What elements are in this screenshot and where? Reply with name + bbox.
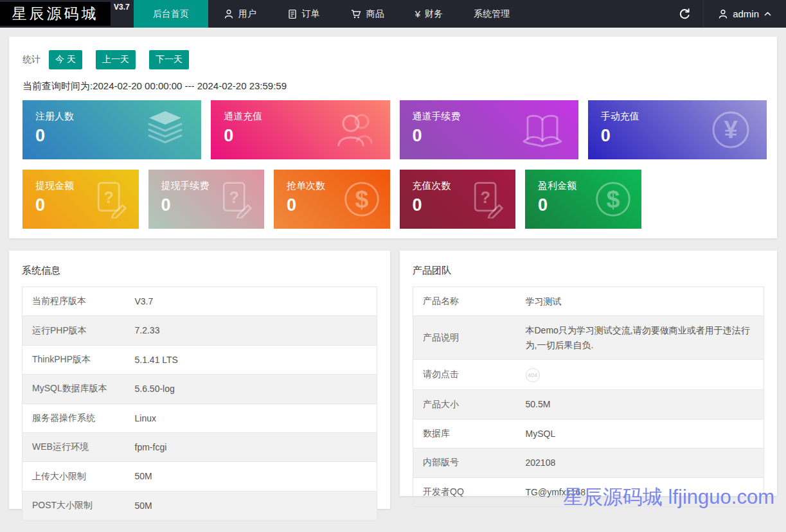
system-info-panel: 系统信息 当前程序版本 V3.7 运行PHP版本 7.2.33 ThinkPHP…	[9, 251, 390, 509]
svg-text:?: ?	[229, 188, 238, 206]
row-value: 7.2.33	[125, 316, 377, 345]
row-value: V3.7	[125, 287, 377, 316]
order-icon	[287, 9, 298, 19]
row-label: WEB运行环境	[22, 432, 125, 461]
dollar-circle-icon: $	[594, 180, 632, 218]
table-row: 产品名称 学习测试	[413, 287, 764, 316]
row-value: Linux	[125, 403, 377, 432]
refresh-button[interactable]	[666, 0, 703, 28]
layers-icon	[145, 109, 186, 150]
users-icon	[334, 109, 375, 150]
table-row: 服务器操作系统 Linux	[22, 403, 377, 432]
table-row: 数据库 MySQL	[413, 419, 764, 448]
stat-cards-row-2: 提现金额 0 ? 提现手续费 0 ? 抢单次数 0 $	[22, 170, 767, 229]
row-value: MySQL	[516, 419, 764, 448]
row-value: 5.6.50-log	[125, 375, 377, 403]
row-label: 运行PHP版本	[22, 316, 125, 345]
row-value: 50M	[125, 462, 377, 491]
nav-item-label: 财务	[425, 8, 443, 20]
table-row: MySQL数据库版本 5.6.50-log	[22, 375, 377, 403]
404-badge[interactable]: 404	[526, 368, 540, 382]
table-row: POST大小限制 50M	[22, 491, 377, 520]
user-menu[interactable]: admin	[703, 0, 786, 28]
username: admin	[733, 8, 759, 19]
row-value: 202108	[516, 448, 764, 477]
row-value: 5.1.41 LTS	[125, 345, 377, 374]
system-info-table: 当前程序版本 V3.7 运行PHP版本 7.2.33 ThinkPHP版本 5.…	[22, 287, 377, 520]
system-info-title: 系统信息	[22, 265, 377, 277]
product-team-table: 产品名称 学习测试 产品说明 本Demo只为学习测试交流,请勿要做商业或者用于违…	[413, 287, 764, 507]
admin-user-icon	[718, 9, 728, 19]
nav-item-system[interactable]: 系统管理	[458, 0, 525, 28]
row-value: fpm-fcgi	[125, 432, 377, 461]
svg-text:¥: ¥	[724, 116, 737, 143]
table-row: 产品说明 本Demo只为学习测试交流,请勿要做商业或者用于违法行为,一切后果自负…	[413, 316, 764, 360]
row-label: 开发者QQ	[413, 477, 516, 506]
nav-item-dashboard[interactable]: 后台首页	[134, 0, 208, 28]
stat-card-profit-amount: 盈利金额 0 $	[525, 170, 641, 229]
version-label: V3.7	[114, 3, 130, 28]
table-row: 请勿点击 404	[413, 360, 764, 390]
refresh-icon	[679, 8, 691, 20]
stat-card-withdraw-fee: 提现手续费 0 ?	[148, 170, 265, 229]
yen-circle-icon: ¥	[710, 109, 751, 150]
doc-question-icon: ?	[91, 180, 130, 218]
svg-text:$: $	[606, 186, 620, 213]
dollar-circle-icon: $	[343, 180, 381, 218]
product-team-panel: 产品团队 产品名称 学习测试 产品说明 本Demo只为学习测试交流,请勿要做商业…	[400, 251, 777, 496]
nav-item-label: 后台首页	[153, 8, 189, 20]
doc-question-icon: ?	[217, 180, 255, 218]
stat-card-channel-recharge: 通道充值 0	[211, 100, 389, 159]
table-row: 当前程序版本 V3.7	[22, 287, 377, 316]
row-label: ThinkPHP版本	[22, 345, 125, 374]
row-value: 50.5M	[516, 390, 764, 419]
nav-item-label: 系统管理	[474, 8, 510, 20]
doc-question-icon: ?	[468, 180, 506, 218]
topbar-right: admin	[666, 0, 786, 28]
row-label: 当前程序版本	[22, 287, 125, 316]
row-label: 数据库	[413, 419, 516, 448]
stat-card-manual-recharge: 手动充值 0 ¥	[588, 100, 767, 159]
stat-card-registered-users: 注册人数 0	[22, 100, 201, 159]
site-watermark: 星辰源码城 lfjinguo.com	[563, 484, 774, 511]
nav-item-users[interactable]: 用户	[208, 0, 272, 28]
row-value: 50M	[125, 491, 377, 520]
nav-item-goods[interactable]: 商品	[335, 0, 400, 28]
row-label: 服务器操作系统	[22, 403, 125, 432]
table-row: ThinkPHP版本 5.1.41 LTS	[22, 345, 377, 374]
table-row: 产品大小 50.5M	[413, 390, 764, 419]
svg-text:?: ?	[480, 188, 490, 206]
table-row: 内部版号 202108	[413, 448, 764, 477]
top-navbar: 星辰源码城 V3.7 后台首页 用户 订单	[0, 0, 786, 28]
nav-item-orders[interactable]: 订单	[272, 0, 335, 28]
stat-cards-row-1: 注册人数 0 通道充值 0 通道手续费 0	[22, 100, 767, 159]
row-label: 上传大小限制	[22, 462, 125, 491]
row-label: POST大小限制	[22, 491, 125, 520]
row-label: MySQL数据库版本	[22, 375, 125, 403]
today-button[interactable]: 今 天	[49, 50, 82, 69]
next-day-button[interactable]: 下一天	[149, 50, 189, 69]
table-row: WEB运行环境 fpm-fcgi	[22, 432, 377, 461]
prev-day-button[interactable]: 上一天	[96, 50, 136, 69]
chevron-up-icon	[764, 10, 772, 18]
info-panels-row: 系统信息 当前程序版本 V3.7 运行PHP版本 7.2.33 ThinkPHP…	[9, 251, 777, 509]
svg-text:$: $	[355, 186, 368, 213]
row-label: 请勿点击	[413, 360, 516, 390]
main-nav: 后台首页 用户 订单 商品	[134, 0, 525, 28]
yen-icon: ¥	[415, 9, 420, 19]
nav-item-label: 用户	[238, 8, 256, 20]
user-icon	[224, 9, 234, 19]
stat-card-recharge-count: 充值次数 0 ?	[400, 170, 516, 229]
logo: 星辰源码城	[0, 2, 111, 26]
row-value: 学习测试	[516, 287, 764, 316]
stat-card-withdraw-amount: 提现金额 0 ?	[22, 170, 139, 229]
cart-icon	[351, 9, 362, 19]
stats-section-label: 统计	[22, 54, 40, 66]
product-team-title: 产品团队	[413, 265, 764, 277]
nav-item-label: 商品	[366, 8, 384, 20]
nav-item-label: 订单	[302, 8, 320, 20]
nav-item-finance[interactable]: ¥ 财务	[400, 0, 458, 28]
book-icon	[522, 109, 563, 150]
svg-text:?: ?	[103, 188, 113, 206]
table-row: 运行PHP版本 7.2.33	[22, 316, 377, 345]
